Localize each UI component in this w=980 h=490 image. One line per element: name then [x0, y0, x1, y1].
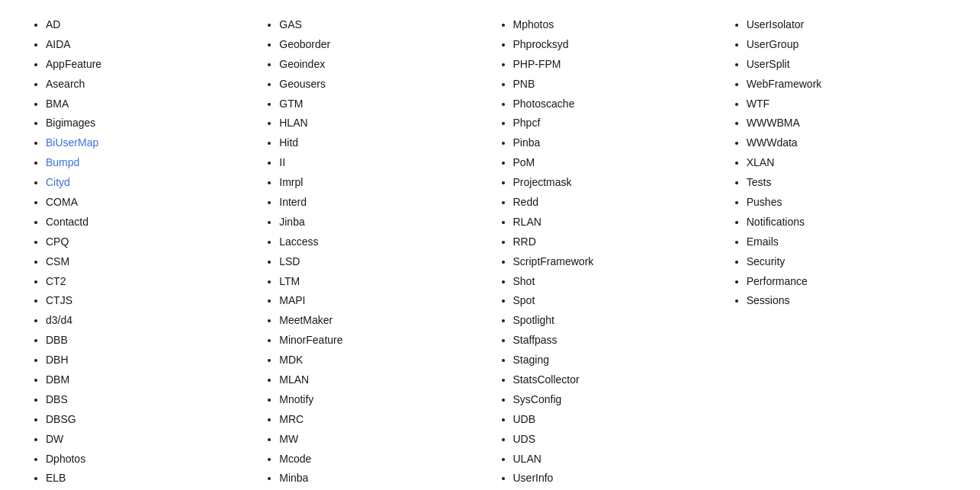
list-item: Phprocksyd	[513, 35, 716, 55]
list-item: PHP-FPM	[513, 55, 716, 75]
list-item: Geoborder	[279, 35, 482, 55]
list-item: MeetMaker	[279, 311, 482, 331]
list-item: Laccess	[279, 232, 482, 252]
column-4: UserIsolatorUserGroupUserSplitWebFramewo…	[724, 15, 957, 488]
list-item: HLAN	[279, 114, 482, 133]
list-item: MRC	[279, 410, 482, 430]
list-item: DBSG	[46, 410, 249, 430]
list-item: GAS	[279, 15, 482, 35]
list-item: DBM	[46, 370, 249, 390]
list-item: Mnotify	[279, 390, 482, 410]
list-item: Performance	[747, 272, 949, 292]
list-item: Pushes	[747, 193, 949, 213]
list-item: Spotlight	[513, 311, 716, 331]
list-item: LTM	[279, 272, 482, 292]
list-item: Spot	[513, 291, 716, 311]
list-item: DBH	[46, 351, 249, 370]
list-item: UserSplit	[747, 55, 949, 75]
list-item: CPQ	[46, 232, 249, 252]
list-item: CT2	[46, 272, 249, 292]
list-item: Staffpass	[513, 331, 716, 351]
list-item: UserIsolator	[747, 15, 949, 35]
list-item: MDK	[279, 351, 482, 370]
list-item: Tests	[747, 173, 949, 193]
list-item: BMA	[46, 94, 249, 114]
list-item: Staging	[513, 351, 716, 370]
list-item: Phpcf	[513, 114, 716, 133]
list-item: WWWdata	[747, 133, 949, 153]
list-item: Mphotos	[513, 15, 716, 35]
list-item: ELB	[46, 469, 249, 488]
list-item: XLAN	[747, 153, 949, 173]
list-item: Minba	[279, 469, 482, 488]
list-item: d3/d4	[46, 311, 249, 331]
list-item: LSD	[279, 252, 482, 272]
list-item: DBB	[46, 331, 249, 351]
list-item: COMA	[46, 193, 249, 213]
list-item: MAPI	[279, 291, 482, 311]
list-item: RLAN	[513, 213, 716, 232]
list-item-link[interactable]: Cityd	[46, 176, 70, 188]
list-item: WWWBMA	[747, 114, 949, 133]
list-item: Projectmask	[513, 173, 716, 193]
column-3: MphotosPhprocksydPHP-FPMPNBPhotoscachePh…	[490, 15, 724, 488]
list-item: DW	[46, 430, 249, 450]
list-item: Asearch	[46, 75, 249, 94]
list-item: Interd	[279, 193, 482, 213]
list-item: WTF	[747, 94, 949, 114]
list-item: StatsCollector	[513, 370, 716, 390]
list-item: ULAN	[513, 450, 716, 469]
list-item: Geousers	[279, 75, 482, 94]
list-item: Jinba	[279, 213, 482, 232]
main-content: ADAIDAAppFeatureAsearchBMABigimagesBiUse…	[23, 15, 957, 488]
list-item: ScriptFramework	[513, 252, 716, 272]
list-item: RRD	[513, 232, 716, 252]
list-item: MW	[279, 430, 482, 450]
list-item-link[interactable]: Bumpd	[46, 156, 79, 168]
list-item: MinorFeature	[279, 331, 482, 351]
list-item: AIDA	[46, 35, 249, 55]
list-item-link[interactable]: BiUserMap	[46, 136, 98, 149]
list-item: Redd	[513, 193, 716, 213]
list-item: GTM	[279, 94, 482, 114]
list-item: CSM	[46, 252, 249, 272]
list-item: DBS	[46, 390, 249, 410]
list-item: MLAN	[279, 370, 482, 390]
list-item: UserInfo	[513, 469, 716, 488]
list-item: UserGroup	[747, 35, 949, 55]
list-item: Pinba	[513, 133, 716, 153]
list-1: ADAIDAAppFeatureAsearchBMABigimagesBiUse…	[31, 15, 249, 488]
list-item[interactable]: Bumpd	[46, 153, 249, 173]
list-item: Geoindex	[279, 55, 482, 75]
list-item: Mcode	[279, 450, 482, 469]
list-item: AppFeature	[46, 55, 249, 75]
list-item: Contactd	[46, 213, 249, 232]
list-item: Shot	[513, 272, 716, 292]
list-item: Hitd	[279, 133, 482, 153]
list-item: II	[279, 153, 482, 173]
list-item: UDS	[513, 430, 716, 450]
list-item: SysConfig	[513, 390, 716, 410]
list-item: CTJS	[46, 291, 249, 311]
list-item: UDB	[513, 410, 716, 430]
list-item: PNB	[513, 75, 716, 94]
list-4: UserIsolatorUserGroupUserSplitWebFramewo…	[731, 15, 949, 311]
list-item: WebFramework	[747, 75, 949, 94]
list-2: GASGeoborderGeoindexGeousersGTMHLANHitdI…	[264, 15, 482, 488]
list-item: Bigimages	[46, 114, 249, 133]
list-item: Security	[747, 252, 949, 272]
list-item: Sessions	[747, 291, 949, 311]
column-2: GASGeoborderGeoindexGeousersGTMHLANHitdI…	[256, 15, 490, 488]
list-item: PoM	[513, 153, 716, 173]
list-item: Notifications	[747, 213, 949, 232]
column-1: ADAIDAAppFeatureAsearchBMABigimagesBiUse…	[23, 15, 256, 488]
list-3: MphotosPhprocksydPHP-FPMPNBPhotoscachePh…	[498, 15, 716, 488]
list-item: Photoscache	[513, 94, 716, 114]
list-item[interactable]: Cityd	[46, 173, 249, 193]
list-item: AD	[46, 15, 249, 35]
list-item: Dphotos	[46, 450, 249, 469]
list-item: Emails	[747, 232, 949, 252]
list-item[interactable]: BiUserMap	[46, 133, 249, 153]
list-item: Imrpl	[279, 173, 482, 193]
